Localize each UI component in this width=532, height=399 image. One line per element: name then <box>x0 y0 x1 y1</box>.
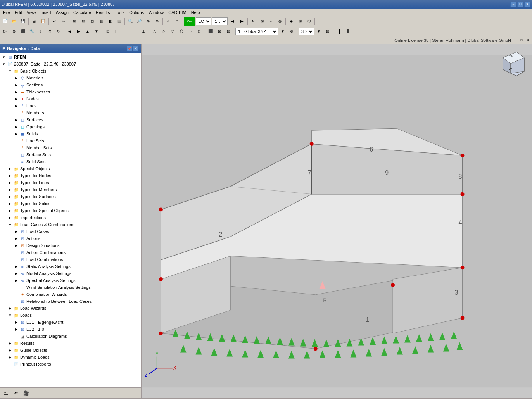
menu-window[interactable]: Window <box>146 9 166 16</box>
tree-item-surface-sets[interactable]: ▶ ◻ Surface Sets <box>0 151 141 158</box>
tree-item-printout-reports[interactable]: ▶ 📄 Printout Reports <box>0 361 141 368</box>
tb2-b23[interactable]: ⬛ <box>206 27 215 36</box>
tb-b11[interactable]: ⤢ <box>164 17 173 26</box>
tb-b7[interactable]: 🔍 <box>126 17 135 26</box>
tb-d3[interactable]: ⬡ <box>305 17 313 26</box>
toggle-load-cases-combinations[interactable]: ▼ <box>7 221 13 228</box>
tree-item-sections[interactable]: ▶ ╦ Sections <box>0 81 141 88</box>
toggle-guide-objects[interactable]: ▶ <box>7 347 13 353</box>
toggle-static-analysis[interactable]: ▶ <box>13 263 19 269</box>
tb2-b15[interactable]: ⊤ <box>130 27 139 36</box>
tb-print2[interactable]: 📋 <box>39 17 47 26</box>
tree-item-relationship[interactable]: ▶ ⊡ Relationship Between Load Cases <box>0 298 141 305</box>
tb-b8[interactable]: 🔎 <box>135 17 143 26</box>
toggle-types-lines[interactable]: ▶ <box>7 180 13 186</box>
tb2-b6[interactable]: ⟲ <box>45 27 54 36</box>
tb2-b2[interactable]: ⊕ <box>10 27 18 36</box>
toggle-types-surfaces[interactable]: ▶ <box>7 193 13 200</box>
tb2-b8[interactable]: ◀ <box>66 27 74 36</box>
tb2-b22[interactable]: □ <box>195 27 204 36</box>
view-combo[interactable]: 3D <box>299 28 314 35</box>
tree-item-actions[interactable]: ▶ ⊡ Actions <box>0 235 141 242</box>
tb2-b3[interactable]: ⬛ <box>19 27 27 36</box>
menu-view[interactable]: View <box>24 9 38 16</box>
tree-item-member-sets[interactable]: ▶ / Member Sets <box>0 144 141 151</box>
nav-view-btn[interactable]: 👁 <box>12 389 20 397</box>
tree-item-combination-wizards[interactable]: ▶ ✦ Combination Wizards <box>0 291 141 298</box>
tree-item-load-wizards[interactable]: ▶ 📁 Load Wizards <box>0 305 141 312</box>
tb2-b7[interactable]: ⟳ <box>54 27 63 36</box>
menu-tools[interactable]: Tools <box>112 9 127 16</box>
tree-item-dynamic-loads[interactable]: ▶ 📁 Dynamic Loads <box>0 354 141 361</box>
tb2-b24[interactable]: ⊠ <box>215 27 224 36</box>
tb-c2[interactable]: ⊠ <box>258 17 266 26</box>
tb2-b13[interactable]: ⊢ <box>112 27 121 36</box>
tree-item-spectral-analysis[interactable]: ▶ ∿ Spectral Analysis Settings <box>0 277 141 284</box>
tb-new[interactable]: 📄 <box>1 17 9 26</box>
tb2-b1[interactable]: ▷ <box>1 27 9 36</box>
tree-item-load-cases[interactable]: ▶ ⊡ Load Cases <box>0 228 141 235</box>
tb2-b25[interactable]: ⊡ <box>224 27 233 36</box>
tree-item-load-cases-combinations[interactable]: ▼ 📁 Load Cases & Combinations <box>0 221 141 228</box>
lc-combo[interactable]: LC2 <box>196 17 211 25</box>
toggle-results[interactable]: ▶ <box>7 340 13 346</box>
tree-item-wind-simulation[interactable]: ▶ ≈ Wind Simulation Analysis Settings <box>0 284 141 291</box>
tree-item-calc-diagrams[interactable]: ▶ ◢ Calculation Diagrams <box>0 333 141 340</box>
tree-item-lc1[interactable]: ▶ ⊡ LC1 - Eigengewicht <box>0 319 141 326</box>
menu-cadbim[interactable]: CAD-BIM <box>166 9 188 16</box>
menu-calculate[interactable]: Calculate <box>71 9 93 16</box>
tb2-b20[interactable]: ⬡ <box>177 27 186 36</box>
tree-item-types-lines[interactable]: ▶ 📁 Types for Lines <box>0 179 141 186</box>
tb2-arrow[interactable]: ▼ <box>278 27 287 36</box>
tb-d1[interactable]: ◈ <box>287 17 295 26</box>
viewport[interactable]: 2 9 4 8 7 6 3 5 1 <box>142 44 532 398</box>
tb2-b9[interactable]: ▶ <box>74 27 83 36</box>
lc-val-combo[interactable]: 1-0 <box>212 17 228 25</box>
tb-b6[interactable]: ▤ <box>115 17 123 26</box>
toggle-special-objects[interactable]: ▶ <box>7 166 13 172</box>
tree-item-nodes[interactable]: ▶ • Nodes <box>0 95 141 102</box>
tree-item-solid-sets[interactable]: ▶ ≡ Solid Sets <box>0 158 141 165</box>
tb2-b21[interactable]: ○ <box>186 27 195 36</box>
tree-item-members[interactable]: ▶ / Members <box>0 109 141 116</box>
tree-item-modal-analysis[interactable]: ▶ ∿ Modal Analysis Settings <box>0 270 141 277</box>
tb2-b5[interactable]: ↕ <box>36 27 45 36</box>
tree-item-rfem[interactable]: ▼ ⊞ RFEM <box>0 54 141 60</box>
tb-b5[interactable]: ◧ <box>106 17 114 26</box>
tb-b12[interactable]: ⟳ <box>173 17 181 26</box>
tree-item-solids[interactable]: ▶ ◼ Solids <box>0 130 141 137</box>
toggle-nodes[interactable]: ▶ <box>13 96 19 102</box>
toggle-loads[interactable]: ▼ <box>7 312 13 318</box>
toggle-lc2[interactable]: ▶ <box>13 326 19 332</box>
tb-b10[interactable]: ⊖ <box>153 17 161 26</box>
toggle-thicknesses[interactable]: ▶ <box>13 89 19 95</box>
toggle-solids[interactable]: ▶ <box>13 131 19 137</box>
tree-item-results[interactable]: ▶ 📁 Results <box>0 340 141 347</box>
toggle-design-situations[interactable]: ▶ <box>13 242 19 249</box>
toggle-modal-analysis[interactable]: ▶ <box>13 270 19 276</box>
toggle-types-members[interactable]: ▶ <box>7 187 13 193</box>
toggle-load-wizards[interactable]: ▶ <box>7 305 13 311</box>
tb-save[interactable]: 💾 <box>19 17 27 26</box>
menu-help[interactable]: Help <box>189 9 202 16</box>
tree-item-thicknesses[interactable]: ▶ ▬ Thicknesses <box>0 88 141 95</box>
menu-results[interactable]: Results <box>93 9 112 16</box>
license-close[interactable]: ✕ <box>525 38 530 43</box>
tb-b9[interactable]: ⊕ <box>144 17 152 26</box>
tree-item-types-nodes[interactable]: ▶ 📁 Types for Nodes <box>0 172 141 179</box>
menu-file[interactable]: File <box>1 9 12 16</box>
tree-item-types-solids[interactable]: ▶ 📁 Types for Solids <box>0 200 141 207</box>
tb-redo[interactable]: ↪ <box>59 17 67 26</box>
tree-item-special-objects[interactable]: ▶ 📁 Special Objects <box>0 165 141 172</box>
tb2-b10[interactable]: ▲ <box>83 27 92 36</box>
tb-b4[interactable]: ▦ <box>97 17 105 26</box>
tb2-b26[interactable]: ⊕ <box>287 27 296 36</box>
tb2-b12[interactable]: ⊡ <box>104 27 112 36</box>
tb-c3[interactable]: ○ <box>267 17 275 26</box>
toggle-types-solids[interactable]: ▶ <box>7 200 13 207</box>
tree-item-lines[interactable]: ▶ / Lines <box>0 102 141 109</box>
tb2-b16[interactable]: ⊥ <box>139 27 148 36</box>
close-button[interactable]: ✕ <box>524 2 530 7</box>
toggle-spectral-analysis[interactable]: ▶ <box>13 277 19 283</box>
tb-undo[interactable]: ↩ <box>50 17 59 26</box>
